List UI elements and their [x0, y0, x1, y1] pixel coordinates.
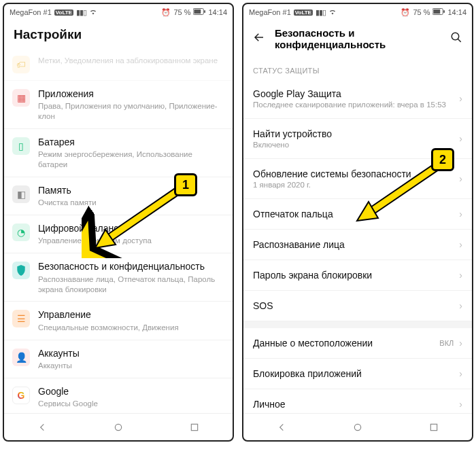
section-status: СТАТУС ЗАЩИТЫ	[243, 56, 472, 79]
svg-point-8	[452, 33, 459, 40]
row-subtitle: Сервисы Google	[38, 399, 223, 409]
row-subtitle: Распознавание лица, Отпечаток пальца, Па…	[38, 274, 223, 295]
svg-rect-10	[430, 424, 437, 430]
settings-row-memory[interactable]: ◧ Память Очистка памяти	[4, 177, 233, 215]
chevron-right-icon: ›	[459, 239, 462, 250]
row-title: Отпечаток пальца	[253, 209, 454, 219]
nav-recent-button[interactable]	[428, 421, 440, 433]
phone-right-security: MegaFon #1 VoLTE ▮▮▯ ⏰ 75 % 14:14 Безопа…	[242, 3, 473, 442]
row-title: SOS	[253, 300, 454, 311]
row-title: Блокировка приложений	[253, 368, 454, 379]
svg-rect-7	[444, 10, 445, 13]
settings-row-balance[interactable]: ◔ Цифровой баланс Управление временем до…	[4, 215, 233, 253]
row-value: ВКЛ	[439, 339, 454, 347]
row-title: Обновление системы безопасности	[253, 168, 454, 179]
battery-icon	[193, 8, 205, 16]
svg-point-3	[115, 424, 121, 430]
nav-back-button[interactable]	[275, 421, 288, 433]
back-button[interactable]	[253, 31, 265, 46]
chevron-right-icon: ›	[459, 209, 462, 219]
row-title: Аккаунты	[38, 347, 223, 359]
row-subtitle: Права, Приложения по умолчанию, Приложен…	[38, 101, 223, 122]
row-subtitle: Управление временем доступа	[38, 236, 223, 246]
row-subtitle: Последнее сканирование приложений: вчера…	[253, 101, 454, 109]
row-face-unlock[interactable]: Распознавание лица ›	[243, 230, 472, 260]
chevron-right-icon: ›	[459, 368, 462, 379]
settings-row-management[interactable]: ☰ Управление Специальные возможности, Дв…	[4, 302, 233, 340]
chevron-right-icon: ›	[459, 133, 462, 144]
row-private[interactable]: Личное ›	[243, 389, 472, 413]
row-subtitle: 1 января 2020 г.	[253, 181, 454, 189]
nav-home-button[interactable]	[112, 421, 124, 433]
balance-icon: ◔	[12, 224, 30, 241]
settings-row-google[interactable]: G Google Сервисы Google	[4, 378, 233, 413]
shield-icon	[12, 262, 30, 279]
annotation-badge-1: 1	[174, 173, 197, 196]
row-title: Управление	[38, 308, 223, 321]
carrier-label: MegaFon #1	[10, 8, 52, 16]
google-icon: G	[12, 387, 30, 404]
svg-rect-2	[205, 10, 206, 13]
svg-point-9	[354, 424, 360, 430]
carrier-label: MegaFon #1	[249, 8, 291, 16]
settings-row-labels[interactable]: 🏷 Метки, Уведомления на заблокированном …	[4, 48, 233, 81]
battery-icon: ▯	[12, 137, 30, 155]
row-title: Безопасность и конфиденциальность	[38, 260, 223, 272]
status-row-play-protect[interactable]: Google Play Защита Последнее сканировани…	[243, 79, 472, 119]
chevron-right-icon: ›	[459, 399, 462, 410]
clock-label: 14:14	[447, 8, 466, 16]
settings-row-apps[interactable]: ▦ Приложения Права, Приложения по умолча…	[4, 81, 233, 129]
row-location[interactable]: Данные о местоположении ВКЛ ›	[243, 328, 472, 359]
battery-pct: 75 %	[173, 8, 190, 16]
wifi-icon	[89, 8, 97, 16]
signal-icon: ▮▮▯	[76, 8, 86, 17]
battery-pct: 75 %	[413, 8, 430, 16]
page-title: Настройки	[14, 27, 223, 42]
nav-bar	[243, 413, 472, 440]
settings-row-security[interactable]: Безопасность и конфиденциальность Распоз…	[4, 253, 233, 302]
settings-row-battery[interactable]: ▯ Батарея Режим энергосбережения, Исполь…	[4, 129, 233, 177]
section-divider	[243, 321, 472, 328]
tag-icon: 🏷	[12, 56, 30, 73]
row-title: Найти устройство	[253, 128, 454, 139]
nav-recent-button[interactable]	[188, 421, 201, 433]
row-title: Google	[38, 385, 223, 397]
alarm-icon: ⏰	[161, 8, 171, 17]
nav-back-button[interactable]	[36, 421, 48, 433]
row-title: Личное	[253, 399, 454, 410]
person-icon: 👤	[12, 349, 30, 366]
row-fingerprint[interactable]: Отпечаток пальца ›	[243, 199, 472, 230]
nav-bar	[4, 413, 233, 440]
status-bar: MegaFon #1 VoLTE ▮▮▯ ⏰ 75 % 14:14	[243, 4, 472, 20]
memory-icon: ◧	[12, 185, 30, 203]
svg-rect-4	[191, 424, 197, 430]
chevron-right-icon: ›	[459, 270, 462, 281]
nav-home-button[interactable]	[352, 421, 364, 433]
row-lock-password[interactable]: Пароль экрана блокировки ›	[243, 260, 472, 291]
battery-icon	[432, 8, 445, 16]
svg-rect-6	[434, 10, 441, 14]
chevron-right-icon: ›	[459, 338, 462, 349]
alarm-icon: ⏰	[401, 8, 410, 17]
svg-rect-1	[194, 10, 201, 14]
status-bar: MegaFon #1 VoLTE ▮▮▯ ⏰ 75 % 14:14	[4, 4, 233, 20]
page-header: Настройки	[4, 20, 233, 48]
row-title: Батарея	[38, 136, 223, 148]
row-title: Приложения	[38, 88, 223, 100]
wifi-icon	[328, 8, 337, 16]
volte-badge: VoLTE	[54, 10, 73, 16]
row-sos[interactable]: SOS ›	[243, 291, 472, 321]
chevron-right-icon: ›	[459, 300, 462, 311]
settings-row-accounts[interactable]: 👤 Аккаунты Аккаунты	[4, 340, 233, 378]
annotation-badge-2: 2	[431, 148, 454, 171]
row-app-lock[interactable]: Блокировка приложений ›	[243, 359, 472, 389]
search-button[interactable]	[450, 31, 462, 46]
page-header: Безопасность и конфиденциальность	[243, 20, 472, 56]
row-subtitle: Специальные возможности, Движения	[38, 323, 223, 333]
row-title: Данные о местоположении	[253, 338, 434, 349]
phone-left-settings: MegaFon #1 VoLTE ▮▮▯ ⏰ 75 % 14:14 Настро…	[3, 3, 234, 442]
chevron-right-icon: ›	[459, 93, 462, 104]
volte-badge: VoLTE	[294, 10, 313, 16]
row-title: Google Play Защита	[253, 88, 454, 99]
clock-label: 14:14	[208, 8, 227, 16]
